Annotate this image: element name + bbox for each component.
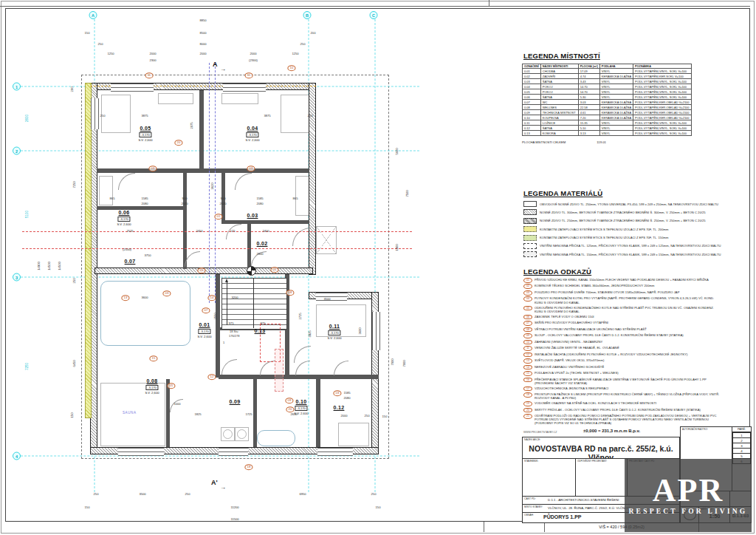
room-name: POKOJ xyxy=(540,89,578,95)
top-strip-line xyxy=(0,6,750,7)
room-id: 0.07 xyxy=(523,100,541,105)
window xyxy=(316,293,347,301)
room-label: 0.07 xyxy=(125,259,136,264)
dimension-label: 1250 xyxy=(292,52,298,55)
room-area: 7.20 xyxy=(578,115,599,120)
ref-number: 13 xyxy=(523,358,532,364)
legend-ref-item: 03 POUZDRO PRO POSUVNÉ DVEŘE 700mm, STAV… xyxy=(523,290,721,296)
room-number: 0.06 xyxy=(119,210,130,215)
ref-number: 03 xyxy=(523,290,532,296)
legend-ref-item: 08 VĚTRACÍ POTRUBÍ VNITŘNÍ KANALIZACE UK… xyxy=(523,327,721,333)
room-area: 15.35 xyxy=(578,120,599,126)
reference-marker: 03 xyxy=(148,166,157,171)
project-name-label: NÁZEV AKCE: xyxy=(524,438,540,441)
reference-marker: 05 xyxy=(167,383,175,389)
room-note: PODL.VYTÁPĚNÍ,VINYL, SOKL V=100 xyxy=(633,131,692,136)
room-id: 0.12 xyxy=(523,126,541,131)
dimension-label: 975 xyxy=(261,321,266,325)
dimension-label: 3500 xyxy=(139,492,145,496)
wardrobe xyxy=(221,93,258,104)
room-name: KOMORA xyxy=(540,131,578,136)
room-area: 22.58 xyxy=(578,105,599,110)
dimension-label: 2525 xyxy=(126,229,133,233)
dimension-label: 900 xyxy=(221,197,226,200)
stairs-up-arrow xyxy=(225,279,228,282)
wall-interior xyxy=(166,379,170,447)
legend-ref-item: 11 VENKOVNÍ ŽALUZIE SKRYTÉ VE FASÁDĚ, EL… xyxy=(523,346,721,351)
legend-material-item: KONTAKTNÍ ZATEPLOVACÍ SYSTÉM ETICS S TEP… xyxy=(523,226,719,232)
legend-ref-item: 19 VODOMĚR OSAZENÝ NA STĚNĚ NA OCEL. KON… xyxy=(523,401,721,406)
shaft-dashed-line xyxy=(215,63,216,303)
window xyxy=(223,84,266,92)
room-elevation: -3,170 xyxy=(295,406,308,411)
reference-marker: 12 xyxy=(207,374,216,380)
grid-row: 2 xyxy=(13,147,419,155)
dimension-label: 3925 xyxy=(308,330,312,337)
room-floor: VINYL xyxy=(599,95,633,100)
dimension-label: 250 xyxy=(371,492,377,496)
legend-room-row: 0.03 ŠATNA 3.43 VINYL PODL.VYTÁPĚNÍ,VINY… xyxy=(523,79,692,84)
dimension-label: 5600 xyxy=(395,148,399,154)
ref-text: ODKOUŘENÍ PLYNOVÉHO KONDENZAČNÍHO KOTLE … xyxy=(535,306,721,313)
pare-number: 2 xyxy=(733,438,751,443)
legend-room-row: 0.04 POKOJ 14.70 VINYL PODL.VYTÁPĚNÍ,VIN… xyxy=(523,84,692,89)
legend-ref-item: 04 PLYNOVÝ KONDENZAČNÍ KOTEL PRO VYTÁPĚN… xyxy=(523,296,721,304)
material-text: NOSNÉ ZDIVO TL. 300mm, BETONOVÉ TVÁRNICE… xyxy=(540,211,706,214)
legend-room-row: 0.12 ŠATNA 5.10 VINYL PODL.VYTÁPĚNÍ,VINY… xyxy=(523,126,692,131)
room-number: 0.04 xyxy=(247,126,258,131)
legend-ref-item: 12 INSTALAČNÍ ŠACHTA (ODKOUŘENÍ PLYNOVÉH… xyxy=(523,352,721,358)
ref-number: 11 xyxy=(523,346,532,351)
room-area: 14.70 xyxy=(578,84,599,89)
legend-ref-item: 05 ODKOUŘENÍ PLYNOVÉHO KONDENZAČNÍHO KOT… xyxy=(523,306,721,313)
responsible-designer-box: ODPOVĚDNÝ PROJEKTANT: xyxy=(575,458,628,497)
ref-text: SLOUP - OCELOVÝ VÁLCOVANÝ PROFIL DLE ČÁS… xyxy=(535,333,684,337)
legend-room-row: 0.11 LOŽNICE 15.35 VINYL PODL.VYTÁPĚNÍ,V… xyxy=(523,120,692,126)
window xyxy=(118,448,164,456)
room-id: 0.11 xyxy=(523,120,541,126)
ref-text: PLYNOVÝ KONDENZAČNÍ KOTEL PRO VYTÁPĚNÍ (… xyxy=(535,296,721,304)
grid-row-marker: 4 xyxy=(13,452,21,460)
wall-interior xyxy=(216,274,220,378)
ref-number: 15 xyxy=(523,371,532,376)
wall-interior xyxy=(183,173,187,269)
legend-rooms-title: LEGENDA MÍSTNOSTÍ xyxy=(523,52,600,60)
room-number: 0.11 xyxy=(329,324,340,329)
legend-material-item: VNITŘNÍ NENOSNÁ PŘÍČKA TL. 125mm, PŘÍČKO… xyxy=(523,243,719,249)
ref-number: 06 xyxy=(523,315,532,320)
room-label: 0.06 -3,170 S.V. 2,600 xyxy=(117,210,131,226)
room-number: 0.09 xyxy=(230,399,241,404)
room-name: CHODBA xyxy=(540,69,578,74)
ref-number: 19 xyxy=(523,401,532,406)
room-area: 5.10 xyxy=(578,126,599,131)
room-floor: VINYL xyxy=(599,79,633,84)
reference-marker: 08 xyxy=(286,290,294,296)
dimension-label: 7500 xyxy=(405,190,409,197)
dimension-label: 2075 xyxy=(190,122,193,129)
legend-ref-item: 02 KOMÍNOVÉ TĚLESO SCHIEDEL STABIL 360x3… xyxy=(523,284,721,289)
ref-number: 16 xyxy=(523,378,532,383)
dimension-label: 6450 xyxy=(72,360,76,367)
room-name: ZÁDVEŘÍ xyxy=(540,74,578,79)
dimension-label: 7000 xyxy=(391,358,394,365)
pare-number: 4 xyxy=(733,449,751,454)
ref-number: 04 xyxy=(523,296,532,301)
room-label: 0.04 -3,170 S.V. 2,600 xyxy=(245,126,259,142)
window xyxy=(91,98,99,129)
room-clear-height: S.V. 2,600 xyxy=(327,336,341,340)
room-area: 17.09 xyxy=(578,69,599,74)
pare-row: 2 xyxy=(733,438,751,443)
room-elevation: -3,170 xyxy=(247,132,259,137)
dimension-label: 2000 xyxy=(199,52,206,55)
dimension-label: 8850 xyxy=(199,18,206,22)
legend-ref-item: 14 NEREZOVÉ ZÁBRADLÍ VNITŘNÍHO SCHODIŠTĚ xyxy=(523,365,721,370)
legend-ref-item: 21 ODVĚTRÁNÍ PODLOŽÍ OD RADONU POMOCÍ DR… xyxy=(523,414,721,425)
reference-marker: 14 xyxy=(207,295,216,301)
room-area: 14.70 xyxy=(578,89,599,95)
legend-ref-item: 10 ZAHRADNÍ (VENKOVNÍ) VENTIL - NEZÁMRZN… xyxy=(523,340,721,345)
room-floor: KERAMICKÁ DLAŽBA xyxy=(599,115,633,120)
room-id: 0.04 xyxy=(523,84,541,89)
pare-number: 1 xyxy=(733,433,751,438)
dimension-label: 3750 xyxy=(144,253,151,257)
legend-refs-list: 01 PŘÍVOD VZDUCHU KE KRBU, KANÁL 150x50m… xyxy=(523,278,721,426)
room-label: 0.09 xyxy=(230,399,241,404)
